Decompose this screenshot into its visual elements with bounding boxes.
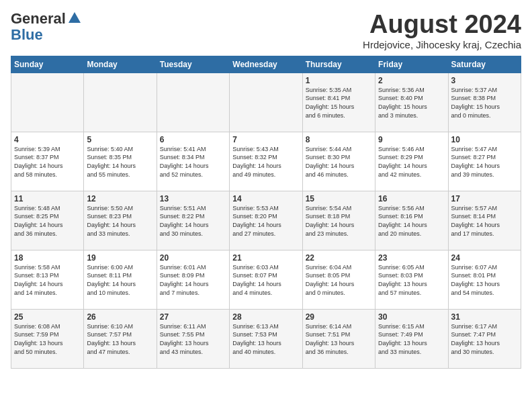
calendar-cell: 19Sunrise: 6:00 AM Sunset: 8:11 PM Dayli… — [84, 250, 157, 309]
header: General Blue August 2024 Hrdejovice, Jih… — [11, 11, 521, 50]
day-number: 27 — [160, 312, 226, 322]
day-number: 17 — [451, 194, 518, 203]
cell-info: Sunrise: 5:47 AM Sunset: 8:27 PM Dayligh… — [451, 145, 518, 179]
cell-info: Sunrise: 5:50 AM Sunset: 8:23 PM Dayligh… — [87, 204, 153, 238]
day-number: 23 — [378, 253, 445, 263]
day-number: 24 — [451, 253, 518, 263]
calendar-cell: 1Sunrise: 5:35 AM Sunset: 8:41 PM Daylig… — [302, 73, 375, 132]
weekday-header-sunday: Sunday — [11, 56, 84, 73]
cell-info: Sunrise: 6:00 AM Sunset: 8:11 PM Dayligh… — [87, 263, 153, 297]
calendar-cell — [11, 73, 84, 132]
day-number: 5 — [87, 135, 153, 144]
calendar-cell: 17Sunrise: 5:57 AM Sunset: 8:14 PM Dayli… — [448, 191, 521, 250]
calendar-cell: 7Sunrise: 5:43 AM Sunset: 8:32 PM Daylig… — [230, 132, 302, 191]
day-number: 13 — [160, 194, 226, 203]
calendar-cell: 28Sunrise: 6:13 AM Sunset: 7:53 PM Dayli… — [230, 309, 302, 368]
cell-info: Sunrise: 5:39 AM Sunset: 8:37 PM Dayligh… — [14, 145, 81, 179]
day-number: 19 — [87, 253, 153, 263]
cell-info: Sunrise: 6:08 AM Sunset: 7:59 PM Dayligh… — [14, 322, 81, 356]
cell-info: Sunrise: 5:51 AM Sunset: 8:22 PM Dayligh… — [160, 204, 226, 238]
calendar-cell: 6Sunrise: 5:41 AM Sunset: 8:34 PM Daylig… — [157, 132, 229, 191]
calendar-cell: 10Sunrise: 5:47 AM Sunset: 8:27 PM Dayli… — [448, 132, 521, 191]
cell-info: Sunrise: 5:54 AM Sunset: 8:18 PM Dayligh… — [306, 204, 372, 238]
cell-info: Sunrise: 6:17 AM Sunset: 7:47 PM Dayligh… — [451, 322, 518, 356]
location-title: Hrdejovice, Jihocesky kraj, Czechia — [363, 39, 521, 50]
cell-info: Sunrise: 6:14 AM Sunset: 7:51 PM Dayligh… — [306, 322, 372, 356]
calendar-cell: 23Sunrise: 6:05 AM Sunset: 8:03 PM Dayli… — [375, 250, 448, 309]
calendar-cell: 22Sunrise: 6:04 AM Sunset: 8:05 PM Dayli… — [302, 250, 375, 309]
calendar-cell: 30Sunrise: 6:15 AM Sunset: 7:49 PM Dayli… — [375, 309, 448, 368]
logo-general-text: General — [11, 11, 66, 27]
calendar-cell: 24Sunrise: 6:07 AM Sunset: 8:01 PM Dayli… — [448, 250, 521, 309]
cell-info: Sunrise: 6:10 AM Sunset: 7:57 PM Dayligh… — [87, 322, 153, 356]
day-number: 28 — [232, 312, 299, 322]
calendar-table: SundayMondayTuesdayWednesdayThursdayFrid… — [11, 56, 521, 369]
calendar-cell: 27Sunrise: 6:11 AM Sunset: 7:55 PM Dayli… — [157, 309, 229, 368]
cell-info: Sunrise: 5:53 AM Sunset: 8:20 PM Dayligh… — [232, 204, 299, 238]
cell-info: Sunrise: 5:43 AM Sunset: 8:32 PM Dayligh… — [232, 145, 299, 179]
calendar-cell: 3Sunrise: 5:37 AM Sunset: 8:38 PM Daylig… — [448, 73, 521, 132]
calendar-week-2: 4Sunrise: 5:39 AM Sunset: 8:37 PM Daylig… — [11, 132, 521, 191]
cell-info: Sunrise: 6:07 AM Sunset: 8:01 PM Dayligh… — [451, 263, 518, 297]
calendar-cell: 2Sunrise: 5:36 AM Sunset: 8:40 PM Daylig… — [375, 73, 448, 132]
calendar-cell: 15Sunrise: 5:54 AM Sunset: 8:18 PM Dayli… — [302, 191, 375, 250]
day-number: 8 — [306, 135, 372, 144]
logo-blue-text: Blue — [11, 27, 43, 43]
cell-info: Sunrise: 6:04 AM Sunset: 8:05 PM Dayligh… — [306, 263, 372, 297]
cell-info: Sunrise: 5:57 AM Sunset: 8:14 PM Dayligh… — [451, 204, 518, 238]
day-number: 14 — [232, 194, 299, 203]
calendar-week-3: 11Sunrise: 5:48 AM Sunset: 8:25 PM Dayli… — [11, 191, 521, 250]
calendar-cell: 11Sunrise: 5:48 AM Sunset: 8:25 PM Dayli… — [11, 191, 84, 250]
cell-info: Sunrise: 6:11 AM Sunset: 7:55 PM Dayligh… — [160, 322, 226, 356]
calendar-cell: 31Sunrise: 6:17 AM Sunset: 7:47 PM Dayli… — [448, 309, 521, 368]
calendar-cell: 16Sunrise: 5:56 AM Sunset: 8:16 PM Dayli… — [375, 191, 448, 250]
cell-info: Sunrise: 5:56 AM Sunset: 8:16 PM Dayligh… — [378, 204, 445, 238]
day-number: 7 — [232, 135, 299, 144]
calendar-cell: 5Sunrise: 5:40 AM Sunset: 8:35 PM Daylig… — [84, 132, 157, 191]
day-number: 16 — [378, 194, 445, 203]
weekday-header-wednesday: Wednesday — [230, 56, 302, 73]
day-number: 21 — [232, 253, 299, 263]
calendar-cell: 8Sunrise: 5:44 AM Sunset: 8:30 PM Daylig… — [302, 132, 375, 191]
calendar-cell: 29Sunrise: 6:14 AM Sunset: 7:51 PM Dayli… — [302, 309, 375, 368]
cell-info: Sunrise: 6:01 AM Sunset: 8:09 PM Dayligh… — [160, 263, 226, 297]
calendar-cell: 25Sunrise: 6:08 AM Sunset: 7:59 PM Dayli… — [11, 309, 84, 368]
day-number: 2 — [378, 76, 445, 85]
calendar-week-4: 18Sunrise: 5:58 AM Sunset: 8:13 PM Dayli… — [11, 250, 521, 309]
day-number: 25 — [14, 312, 81, 322]
calendar-cell: 12Sunrise: 5:50 AM Sunset: 8:23 PM Dayli… — [84, 191, 157, 250]
weekday-header-row: SundayMondayTuesdayWednesdayThursdayFrid… — [11, 56, 521, 73]
logo: General Blue — [11, 11, 82, 43]
calendar-cell: 13Sunrise: 5:51 AM Sunset: 8:22 PM Dayli… — [157, 191, 229, 250]
day-number: 15 — [306, 194, 372, 203]
day-number: 22 — [306, 253, 372, 263]
calendar-cell: 26Sunrise: 6:10 AM Sunset: 7:57 PM Dayli… — [84, 309, 157, 368]
cell-info: Sunrise: 5:36 AM Sunset: 8:40 PM Dayligh… — [378, 86, 445, 120]
day-number: 9 — [378, 135, 445, 144]
cell-info: Sunrise: 6:13 AM Sunset: 7:53 PM Dayligh… — [232, 322, 299, 356]
day-number: 3 — [451, 76, 518, 85]
cell-info: Sunrise: 6:15 AM Sunset: 7:49 PM Dayligh… — [378, 322, 445, 356]
day-number: 31 — [451, 312, 518, 322]
day-number: 12 — [87, 194, 153, 203]
day-number: 30 — [378, 312, 445, 322]
weekday-header-thursday: Thursday — [302, 56, 375, 73]
title-area: August 2024 Hrdejovice, Jihocesky kraj, … — [363, 11, 521, 50]
calendar-week-1: 1Sunrise: 5:35 AM Sunset: 8:41 PM Daylig… — [11, 73, 521, 132]
day-number: 26 — [87, 312, 153, 322]
calendar-cell: 14Sunrise: 5:53 AM Sunset: 8:20 PM Dayli… — [230, 191, 302, 250]
cell-info: Sunrise: 5:44 AM Sunset: 8:30 PM Dayligh… — [306, 145, 372, 179]
calendar-cell: 9Sunrise: 5:46 AM Sunset: 8:29 PM Daylig… — [375, 132, 448, 191]
day-number: 11 — [14, 194, 81, 203]
calendar-week-5: 25Sunrise: 6:08 AM Sunset: 7:59 PM Dayli… — [11, 309, 521, 368]
day-number: 20 — [160, 253, 226, 263]
cell-info: Sunrise: 5:46 AM Sunset: 8:29 PM Dayligh… — [378, 145, 445, 179]
day-number: 4 — [14, 135, 81, 144]
weekday-header-friday: Friday — [375, 56, 448, 73]
calendar-cell — [157, 73, 229, 132]
cell-info: Sunrise: 5:40 AM Sunset: 8:35 PM Dayligh… — [87, 145, 153, 179]
cell-info: Sunrise: 6:05 AM Sunset: 8:03 PM Dayligh… — [378, 263, 445, 297]
calendar-cell — [230, 73, 302, 132]
cell-info: Sunrise: 5:35 AM Sunset: 8:41 PM Dayligh… — [306, 86, 372, 120]
cell-info: Sunrise: 6:03 AM Sunset: 8:07 PM Dayligh… — [232, 263, 299, 297]
